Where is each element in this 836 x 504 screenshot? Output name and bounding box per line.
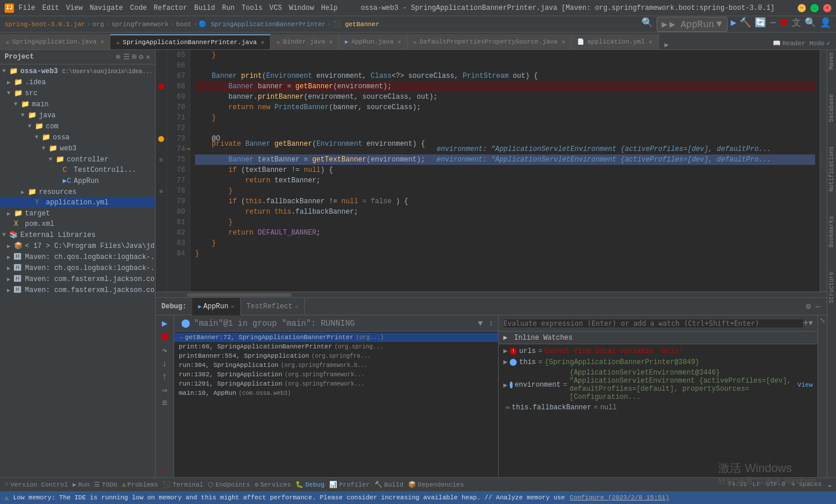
tree-item-controller[interactable]: ▼ 📁 controller — [0, 154, 155, 165]
settings-debug-icon[interactable]: ⚙ — [804, 300, 812, 312]
tab-close-icon[interactable]: ✕ — [329, 38, 333, 45]
debug-frame-6[interactable]: main:10, AppRun (com.ossa.web3) — [174, 388, 498, 398]
step-over-icon[interactable]: ↷ — [162, 345, 168, 357]
endpoints-btn[interactable]: ⬡ Endpoints — [208, 481, 250, 488]
tab-close-icon[interactable]: ✕ — [261, 39, 264, 46]
sidebar-header-actions[interactable]: ⊕ ☰ ⊞ ⚙ ✕ — [116, 52, 150, 62]
tree-item-testcontroller[interactable]: C TestControll... — [0, 165, 155, 175]
menu-build[interactable]: Build — [194, 4, 215, 12]
breadcrumb-actions[interactable]: 🔍 ▶ ▶ AppRun ▼ ▶ 🔨 🔄 ⋯ ⏹ 文 🔍 👤 — [642, 17, 831, 32]
tree-item-logback1[interactable]: ▶ 🅼 Maven: ch.qos.logback:logback-... — [0, 251, 155, 262]
add-watch-icon[interactable]: + — [803, 318, 809, 329]
tree-item-web3[interactable]: ▼ 📁 web3 — [0, 143, 155, 154]
breadcrumb-item[interactable]: spring-boot-3.0.1.jar — [5, 21, 85, 28]
tab-close-icon[interactable]: ✕ — [649, 38, 653, 45]
run-to-cursor-icon[interactable]: ⇒ — [162, 384, 168, 396]
stop-debug-icon[interactable]: ⏹ — [160, 332, 170, 343]
watch-expand-icon[interactable]: ▶ — [503, 347, 507, 355]
tree-item-ossa[interactable]: ▼ 📁 ossa — [0, 132, 155, 143]
build-icon[interactable]: 🔨 — [740, 17, 751, 32]
services-btn[interactable]: ⚙ Services — [255, 481, 291, 488]
resume-icon[interactable]: ▶ — [162, 318, 168, 329]
stop-icon[interactable]: ⏹ — [779, 17, 788, 32]
tree-item-pom[interactable]: X pom.xml — [0, 219, 155, 229]
search-icon[interactable]: 🔍 — [642, 17, 653, 32]
translate-icon[interactable]: 文 — [792, 17, 801, 32]
add-icon[interactable]: ⊕ — [116, 52, 121, 62]
terminal-btn[interactable]: ⬛ Terminal — [163, 481, 203, 488]
close-sidebar-icon[interactable]: ✕ — [146, 52, 150, 62]
debug-frame-3[interactable]: run:304, SpringApplication (org.springfr… — [174, 361, 498, 370]
watch-item-urls[interactable]: ▶ ! urls = Cannot find local variable 'u… — [499, 345, 817, 357]
run-btn[interactable]: ▶ Run — [73, 481, 89, 488]
close-button[interactable]: ✕ — [823, 4, 831, 12]
expand-inline-icon[interactable]: ▶ — [503, 334, 507, 342]
maximize-button[interactable]: □ — [810, 4, 819, 12]
expand-panel-btn[interactable]: ⤢ — [817, 315, 827, 477]
menu-refactor[interactable]: Refactor — [154, 4, 188, 12]
tree-item-src[interactable]: ▼ 📁 src — [0, 88, 155, 99]
tab-close-icon[interactable]: ✕ — [398, 38, 401, 45]
view-link[interactable]: View — [798, 381, 813, 388]
debug-run-icon[interactable]: ▶ — [731, 17, 737, 32]
expand-watch-icon[interactable]: ▼ — [809, 319, 813, 327]
tree-item-resources[interactable]: ▶ 📁 resources — [0, 186, 155, 197]
tree-item-java[interactable]: ▼ 📁 java — [0, 110, 155, 121]
horizontal-scrollbar[interactable] — [156, 291, 827, 297]
breadcrumb-item[interactable]: springframework — [111, 21, 169, 28]
sync-icon[interactable]: 🔄 — [755, 17, 766, 32]
notifications-panel-label[interactable]: Notifications — [828, 146, 835, 192]
tree-item-logback2[interactable]: ▶ 🅼 Maven: ch.qos.logback:logback-... — [0, 262, 155, 273]
tree-item-jdk[interactable]: ▶ 📦 < 17 > C:\Program Files\Java\jd... — [0, 240, 155, 251]
menu-edit[interactable]: Edit — [42, 4, 59, 12]
database-panel-label[interactable]: Database — [828, 94, 835, 122]
todo-btn[interactable]: ☰ TODO — [94, 481, 117, 488]
debug-tab-test[interactable]: TestReflect ✕ — [241, 298, 305, 315]
tree-item-application-yml[interactable]: Y application.yml — [0, 197, 155, 208]
tree-item-main[interactable]: ▼ 📁 main — [0, 99, 155, 110]
tab-close-icon[interactable]: ✕ — [561, 38, 565, 45]
debug-frame-0[interactable]: → getBanner:72, SpringApplicationBannerP… — [174, 333, 498, 342]
menu-run[interactable]: Run — [222, 4, 235, 12]
watch-item-environment[interactable]: ▶ environment = {ApplicationServletEnvir… — [499, 368, 817, 402]
configure-link[interactable]: Configure (2023/2/8 15:51) — [570, 494, 669, 501]
breadcrumb-item[interactable]: boot — [176, 21, 191, 28]
dependencies-btn[interactable]: 📦 Dependencies — [408, 481, 464, 488]
tree-item-external-libraries[interactable]: ▼ 📚 External Libraries — [0, 229, 155, 240]
cloud-icon[interactable]: ☁ — [827, 481, 831, 488]
step-out-icon[interactable]: ↑ — [162, 372, 168, 382]
scrollbar-thumb[interactable] — [187, 293, 291, 297]
evaluate-input[interactable] — [503, 319, 803, 327]
tree-item-jackson2[interactable]: ▶ 🅼 Maven: com.fasterxml.jackson.co... — [0, 285, 155, 296]
debug-tab-apprun[interactable]: ▶ AppRun ✕ — [192, 298, 240, 315]
error-indicator[interactable]: ⚠ — [162, 463, 168, 475]
menu-vcs[interactable]: VCS — [269, 4, 282, 12]
menu-help[interactable]: Help — [321, 4, 338, 12]
tree-item-idea[interactable]: ▶ 📁 .idea — [0, 77, 155, 88]
build-bottom-btn[interactable]: 🔨 Build — [374, 481, 403, 488]
tab-default-props[interactable]: ☕ DefaultPropertiesPropertySource.java ✕ — [408, 34, 572, 49]
menu-tools[interactable]: Tools — [242, 4, 262, 12]
structure-panel-label[interactable]: Structure — [828, 272, 835, 303]
reader-mode-button[interactable]: 📖 Reader Mode ✓ — [767, 37, 836, 49]
watch-expand-icon[interactable]: ▶ — [503, 381, 507, 390]
vertical-scrollbar[interactable] — [820, 50, 827, 291]
settings-icon[interactable]: ⚙ — [139, 52, 143, 62]
debug-panel-toolbar[interactable]: ⚙ — — [799, 300, 827, 312]
more-icon[interactable]: ⋯ — [770, 17, 776, 32]
maven-panel-label[interactable]: Maven — [828, 52, 835, 70]
tab-close-icon[interactable]: ✕ — [100, 38, 104, 45]
breadcrumb-class[interactable]: 🔵 SpringApplicationBannerPrinter — [199, 20, 326, 28]
problems-btn[interactable]: ⚠ Problems — [122, 481, 158, 488]
watch-item-fallback[interactable]: ∞ this.fallbackBanner = null — [499, 402, 817, 413]
dropdown-icon[interactable]: ▼ — [716, 19, 722, 30]
menu-file[interactable]: File — [19, 4, 35, 12]
tab-apprun[interactable]: ▶ AppRun.java ✕ — [339, 34, 408, 49]
tree-item-target[interactable]: ▶ 📁 target — [0, 208, 155, 219]
debug-btn[interactable]: 🐛 Debug — [296, 481, 325, 488]
layout-icon[interactable]: ☰ — [123, 52, 130, 62]
sort-icon[interactable]: ↕ — [489, 319, 493, 328]
debug-frame-2[interactable]: printBanner:554, SpringApplication (org.… — [174, 351, 498, 361]
tab-application-yml[interactable]: 📄 application.yml ✕ — [571, 34, 658, 49]
tab-banner-printer[interactable]: ☕ SpringApplicationBannerPrinter.java ✕ — [110, 34, 271, 49]
